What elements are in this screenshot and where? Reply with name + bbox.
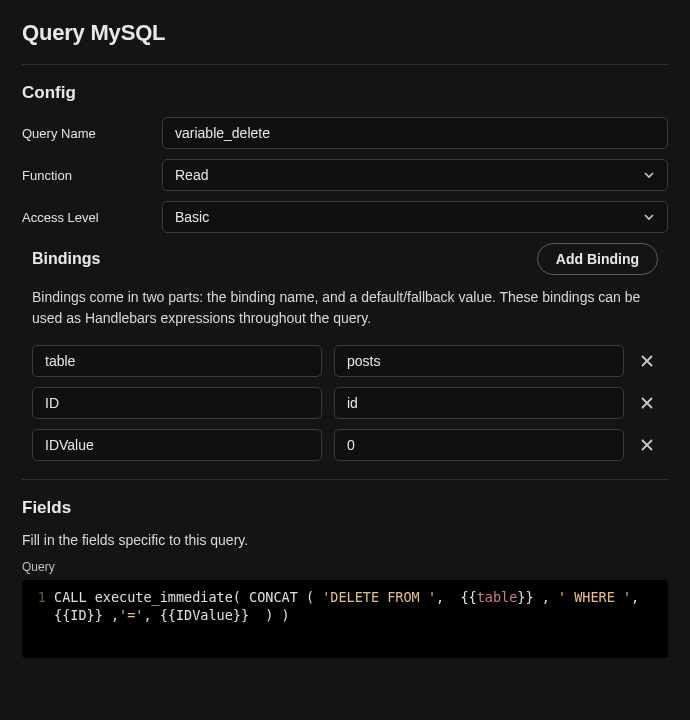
binding-default-input[interactable] <box>334 429 624 461</box>
binding-name-input[interactable] <box>32 387 322 419</box>
access-level-select-value: Basic <box>175 209 209 225</box>
function-select-value: Read <box>175 167 208 183</box>
divider <box>22 479 668 480</box>
binding-row <box>32 429 658 461</box>
binding-name-input[interactable] <box>32 345 322 377</box>
query-name-label: Query Name <box>22 126 162 141</box>
query-text[interactable]: CALL execute_immediate( CONCAT ( 'DELETE… <box>54 588 660 624</box>
access-level-select[interactable]: Basic <box>162 201 668 233</box>
fields-description: Fill in the fields specific to this quer… <box>22 532 668 548</box>
query-name-input[interactable] <box>162 117 668 149</box>
bindings-help-text: Bindings come in two parts: the binding … <box>32 287 658 329</box>
binding-row <box>32 345 658 377</box>
query-editor[interactable]: 1 CALL execute_immediate( CONCAT ( 'DELE… <box>22 580 668 658</box>
query-label: Query <box>22 560 668 574</box>
add-binding-button[interactable]: Add Binding <box>537 243 658 275</box>
close-icon[interactable] <box>636 434 658 456</box>
chevron-down-icon <box>643 211 655 223</box>
fields-heading: Fields <box>22 498 668 518</box>
binding-default-input[interactable] <box>334 387 624 419</box>
function-select[interactable]: Read <box>162 159 668 191</box>
binding-name-input[interactable] <box>32 429 322 461</box>
access-level-label: Access Level <box>22 210 162 225</box>
binding-default-input[interactable] <box>334 345 624 377</box>
page-title: Query MySQL <box>22 20 668 46</box>
divider <box>22 64 668 65</box>
line-number: 1 <box>30 588 54 624</box>
close-icon[interactable] <box>636 350 658 372</box>
chevron-down-icon <box>643 169 655 181</box>
config-heading: Config <box>22 83 668 103</box>
binding-row <box>32 387 658 419</box>
function-label: Function <box>22 168 162 183</box>
close-icon[interactable] <box>636 392 658 414</box>
bindings-heading: Bindings <box>32 250 100 268</box>
